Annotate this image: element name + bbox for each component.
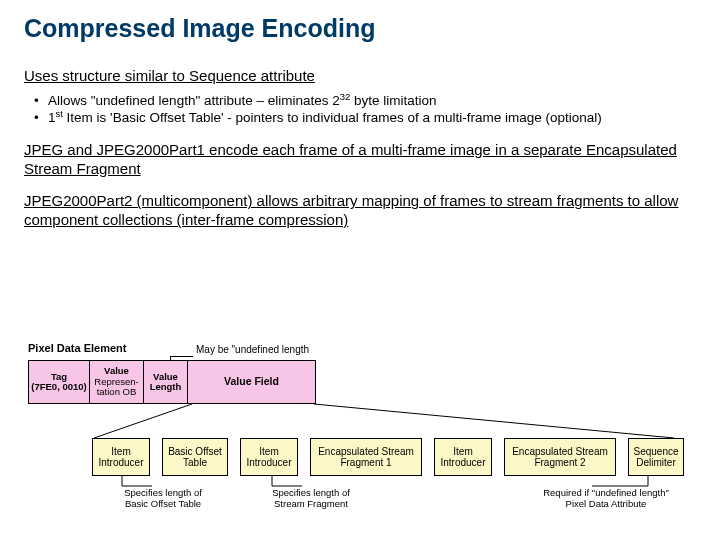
pixel-data-label: Pixel Data Element <box>28 342 126 354</box>
slide-title: Compressed Image Encoding <box>24 14 696 43</box>
item-introducer-3: Item Introducer <box>434 438 492 476</box>
paragraph-2: JPEG and JPEG2000Part1 encode each frame… <box>24 141 696 179</box>
item-introducer-1: Item Introducer <box>92 438 150 476</box>
vl-l2: Length <box>150 382 182 392</box>
svg-line-0 <box>94 404 192 438</box>
stream-fragment-1: Encapsulated Stream Fragment 1 <box>310 438 422 476</box>
stream-fragment-2: Encapsulated Stream Fragment 2 <box>504 438 616 476</box>
tag-l2: (7FE0, 0010) <box>31 382 86 392</box>
vf-label: Value Field <box>224 376 279 388</box>
vr-l3: tation OB <box>97 387 137 397</box>
bullet-1: • Allows "undefined length" attribute – … <box>34 92 696 110</box>
bullet-1-sup: 32 <box>340 90 351 101</box>
svg-line-1 <box>314 404 674 438</box>
diagram: Pixel Data Element May be "undefined len… <box>24 338 696 528</box>
caption-3: Required if "undefined length" Pixel Dat… <box>536 488 676 510</box>
caption-1: Specifies length of Basic Offset Table <box>118 488 208 510</box>
bullet-2-pre: 1 <box>48 110 56 125</box>
undefined-length-label: May be "undefined length <box>196 344 309 355</box>
bottom-row: Item Introducer Basic Offset Table Item … <box>92 438 684 476</box>
vr-box: Value Represen- tation OB <box>90 360 144 404</box>
bullet-1-post: byte limitation <box>350 93 436 108</box>
bullet-2-post: Item is 'Basic Offset Table' - pointers … <box>63 110 602 125</box>
bullet-2: • 1st Item is 'Basic Offset Table' - poi… <box>34 109 696 127</box>
vl-box: Value Length <box>144 360 188 404</box>
vf-box: Value Field <box>188 360 316 404</box>
item-introducer-2: Item Introducer <box>240 438 298 476</box>
basic-offset-table: Basic Offset Table <box>162 438 228 476</box>
bullet-1-pre: Allows "undefined length" attribute – el… <box>48 93 340 108</box>
sequence-delimiter: Sequence Delimiter <box>628 438 684 476</box>
tag-box: Tag (7FE0, 0010) <box>28 360 90 404</box>
caption-2: Specifies length of Stream Fragment <box>266 488 356 510</box>
top-row: Tag (7FE0, 0010) Value Represen- tation … <box>28 360 316 404</box>
bullet-list: • Allows "undefined length" attribute – … <box>34 92 696 127</box>
paragraph-1: Uses structure similar to Sequence attri… <box>24 67 696 86</box>
paragraph-3: JPEG2000Part2 (multicomponent) allows ar… <box>24 192 696 230</box>
bullet-2-sup: st <box>56 108 63 119</box>
